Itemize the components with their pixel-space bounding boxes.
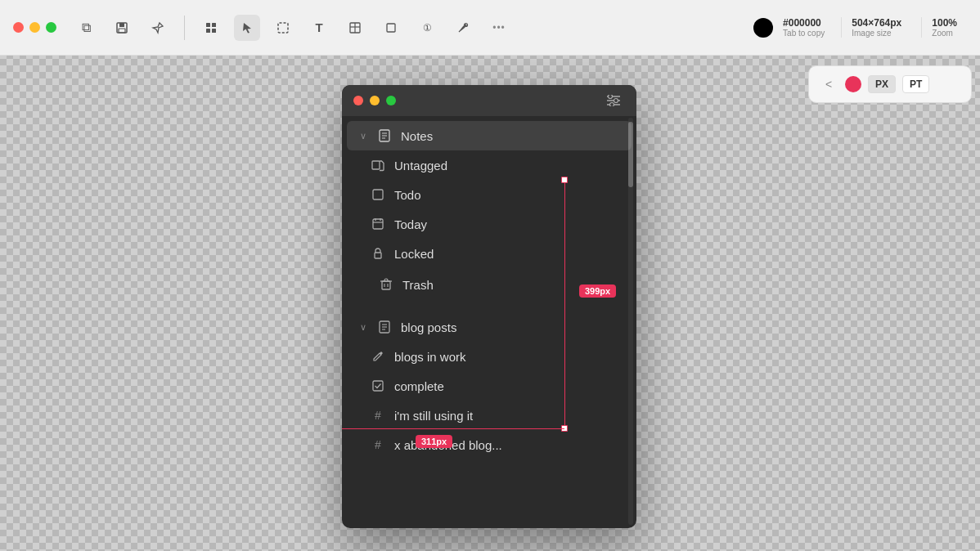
minimize-button[interactable] xyxy=(29,22,40,33)
win-close[interactable] xyxy=(353,96,363,105)
grid-icon[interactable] xyxy=(198,15,224,41)
abandoned-label: x abandoned blog... xyxy=(394,438,618,452)
complete-item[interactable]: complete xyxy=(347,371,632,401)
scrollbar-thumb[interactable] xyxy=(628,122,633,187)
number-icon[interactable]: ① xyxy=(414,15,440,41)
zoom-value: 100% xyxy=(932,17,957,29)
canvas-area[interactable]: ∨ Notes xyxy=(0,56,980,551)
svg-rect-4 xyxy=(212,23,216,27)
hashtag-icon-2: # xyxy=(370,437,386,453)
image-size-value: 504×764px xyxy=(852,17,901,29)
svg-rect-24 xyxy=(373,190,383,199)
select-icon[interactable] xyxy=(270,15,296,41)
traffic-lights xyxy=(13,22,56,33)
blog-icon xyxy=(376,319,393,335)
notes-chevron: ∨ xyxy=(360,131,366,141)
svg-rect-1 xyxy=(119,23,124,27)
panel-color-swatch[interactable] xyxy=(845,76,861,92)
copy-icon[interactable]: ⧉ xyxy=(73,15,99,41)
svg-point-18 xyxy=(610,103,614,107)
trash-icon xyxy=(378,276,394,293)
untagged-label: Untagged xyxy=(394,159,618,172)
svg-rect-38 xyxy=(373,381,383,391)
color-swatch[interactable] xyxy=(753,18,773,38)
image-size-label: Image size xyxy=(852,29,901,38)
win-maximize[interactable] xyxy=(386,96,396,105)
svg-point-16 xyxy=(609,95,613,99)
today-icon xyxy=(370,216,386,232)
color-copy-label: Tab to copy xyxy=(783,29,825,38)
blog-section-header[interactable]: ∨ blog posts xyxy=(347,312,632,342)
still-using-item[interactable]: # i'm still using it xyxy=(347,401,632,430)
svg-rect-3 xyxy=(206,23,210,27)
trash-item[interactable]: Trash xyxy=(347,270,632,299)
todo-icon xyxy=(370,186,386,203)
svg-rect-6 xyxy=(212,29,216,33)
notes-icon xyxy=(376,128,393,144)
separator xyxy=(184,16,185,40)
today-item[interactable]: Today xyxy=(347,209,632,239)
app-window: ∨ Notes xyxy=(342,85,636,528)
locked-item[interactable]: Locked xyxy=(347,239,632,268)
svg-rect-11 xyxy=(387,24,395,32)
notes-label: Notes xyxy=(401,129,618,143)
zoom-info: 100% Zoom xyxy=(921,17,967,38)
window-content: ∨ Notes xyxy=(342,116,636,466)
svg-rect-29 xyxy=(375,253,381,258)
pin-icon[interactable] xyxy=(145,15,171,41)
blogs-in-work-item[interactable]: blogs in work xyxy=(347,342,632,371)
blogs-in-work-label: blogs in work xyxy=(394,350,618,364)
px-unit-button[interactable]: PX xyxy=(868,75,896,93)
color-info: #000000 Tab to copy xyxy=(753,17,825,38)
table-icon[interactable] xyxy=(342,15,368,41)
untagged-icon xyxy=(370,157,386,173)
filter-button[interactable] xyxy=(602,89,625,112)
maximize-button[interactable] xyxy=(46,22,56,33)
trash-label: Trash xyxy=(402,278,618,292)
scrollbar-track[interactable] xyxy=(628,118,633,525)
pencil-icon xyxy=(370,348,386,365)
sidebar-list: ∨ Notes xyxy=(342,116,636,466)
svg-point-17 xyxy=(614,99,618,103)
right-panel: < PX PT xyxy=(808,65,972,103)
still-using-label: i'm still using it xyxy=(394,409,618,423)
zoom-label: Zoom xyxy=(932,29,957,38)
notes-section: ∨ Notes xyxy=(342,121,636,268)
pen-icon[interactable] xyxy=(450,15,476,41)
todo-item[interactable]: Todo xyxy=(347,180,632,209)
text-icon[interactable]: T xyxy=(306,15,332,41)
svg-rect-25 xyxy=(373,219,383,229)
locked-icon xyxy=(370,245,386,262)
color-hex: #000000 xyxy=(783,17,825,29)
frame-icon[interactable] xyxy=(378,15,404,41)
complete-label: complete xyxy=(394,379,618,393)
close-button[interactable] xyxy=(13,22,24,33)
blog-section: ∨ blog posts xyxy=(342,312,636,459)
save-icon[interactable] xyxy=(109,15,135,41)
svg-rect-30 xyxy=(382,281,390,289)
cursor-icon[interactable] xyxy=(234,15,260,41)
svg-rect-5 xyxy=(206,29,210,33)
todo-label: Todo xyxy=(394,188,618,202)
locked-label: Locked xyxy=(394,247,618,261)
svg-rect-23 xyxy=(372,161,380,169)
today-label: Today xyxy=(394,217,618,231)
window-titlebar xyxy=(342,85,636,116)
more-icon[interactable]: ••• xyxy=(486,15,512,41)
pt-unit-button[interactable]: PT xyxy=(902,75,929,93)
back-button[interactable]: < xyxy=(819,74,838,94)
abandoned-item[interactable]: # x abandoned blog... xyxy=(347,430,632,459)
notes-section-header[interactable]: ∨ Notes xyxy=(347,121,632,150)
hashtag-icon-1: # xyxy=(370,407,386,423)
blog-chevron: ∨ xyxy=(360,322,366,333)
untagged-item[interactable]: Untagged xyxy=(347,150,632,180)
svg-rect-7 xyxy=(278,23,288,33)
win-minimize[interactable] xyxy=(370,96,380,105)
toolbar: ⧉ T ① ••• #000000 Tab to copy 504×764px … xyxy=(0,0,980,56)
checkbox-icon xyxy=(370,378,386,394)
image-size-info: 504×764px Image size xyxy=(841,17,911,38)
blog-label: blog posts xyxy=(401,320,618,334)
